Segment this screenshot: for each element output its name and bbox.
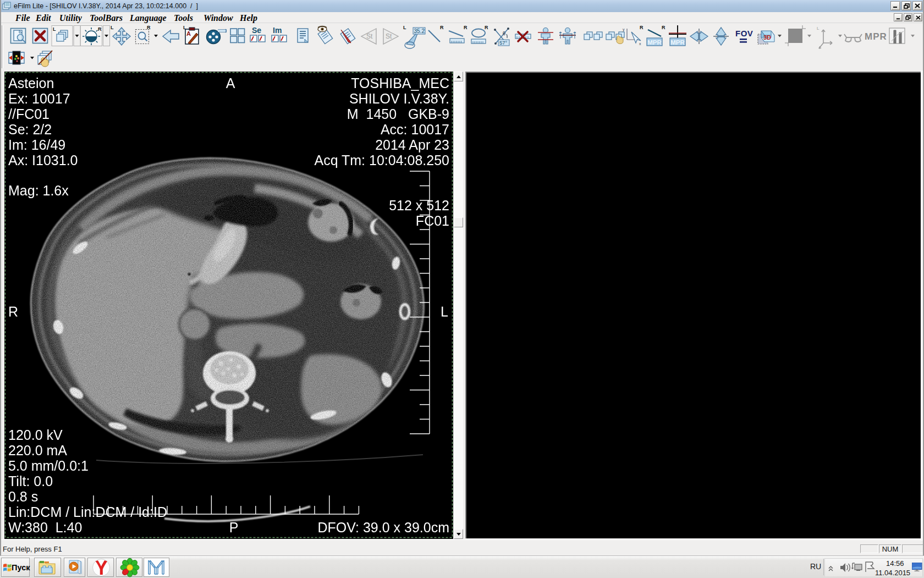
svg-text:SHILOV I.V.38Y.: SHILOV I.V.38Y.	[349, 91, 449, 106]
svg-text:R: R	[98, 26, 102, 32]
svg-text:5.0 mm/0.0:1: 5.0 mm/0.0:1	[8, 458, 89, 473]
svg-text:Asteion: Asteion	[8, 75, 54, 91]
svg-text:3D: 3D	[763, 34, 771, 41]
svg-text:R: R	[640, 25, 644, 30]
svg-text:Acc: 10017: Acc: 10017	[381, 122, 449, 137]
svg-text:FOV: FOV	[735, 29, 753, 38]
svg-text:Se: 2/2: Se: 2/2	[8, 122, 52, 137]
svg-text:Im: 16/49: Im: 16/49	[8, 137, 65, 152]
svg-text:A: A	[186, 30, 191, 37]
svg-text:y: y	[623, 28, 625, 32]
svg-text:FC01: FC01	[416, 213, 449, 228]
svg-text:512 x 512: 512 x 512	[389, 198, 449, 213]
svg-text:57°: 57°	[499, 40, 508, 46]
svg-text:L: L	[53, 26, 56, 32]
svg-text:TOSHIBA_MEC: TOSHIBA_MEC	[351, 75, 449, 91]
svg-text:R: R	[440, 25, 444, 30]
svg-text:L: L	[403, 25, 406, 30]
svg-text://FC01: //FC01	[8, 106, 50, 122]
svg-text:R: R	[8, 304, 18, 319]
svg-text:DFOV: 39.0 x 39.0cm: DFOV: 39.0 x 39.0cm	[318, 520, 449, 535]
svg-text:P: P	[229, 520, 239, 535]
svg-text:Acq Tm: 10:04:08.250: Acq Tm: 10:04:08.250	[314, 152, 449, 168]
svg-text:St: St	[366, 32, 373, 40]
svg-text:θ: θ	[503, 31, 505, 36]
svg-text:L: L	[817, 26, 820, 31]
svg-text:A: A	[226, 75, 235, 91]
svg-text:L: L	[111, 25, 114, 30]
svg-text:0.8 s: 0.8 s	[8, 489, 38, 504]
svg-text:35.2: 35.2	[414, 28, 425, 34]
svg-text:Пуск: Пуск	[12, 563, 30, 572]
svg-text:Mag: 1.6x: Mag: 1.6x	[8, 183, 69, 198]
svg-text:R: R	[464, 25, 468, 30]
svg-text:120.0 kV: 120.0 kV	[8, 427, 63, 443]
svg-text:M 1450 GKB-9: M 1450 GKB-9	[347, 106, 449, 122]
svg-text:R: R	[485, 25, 488, 30]
svg-text:Lin:DCM / Lin:DCM / Id:ID: Lin:DCM / Lin:DCM / Id:ID	[8, 504, 167, 520]
svg-text:L: L	[441, 304, 448, 319]
svg-text:Se: Se	[252, 26, 261, 35]
svg-text:Ex: 10017: Ex: 10017	[8, 91, 70, 106]
svg-text:220.0 mA: 220.0 mA	[8, 443, 67, 458]
svg-text:R: R	[662, 25, 666, 30]
svg-text:x: x	[639, 42, 641, 46]
svg-text:Tilt: 0.0: Tilt: 0.0	[8, 473, 53, 489]
svg-text:St: St	[386, 32, 392, 40]
svg-text:Ax: I1031.0: Ax: I1031.0	[8, 152, 78, 168]
svg-text:2014 Apr 23: 2014 Apr 23	[375, 137, 449, 152]
svg-text:MPR: MPR	[865, 31, 887, 42]
svg-text:W:380 L:40: W:380 L:40	[8, 520, 82, 535]
svg-text:Im: Im	[273, 26, 282, 35]
